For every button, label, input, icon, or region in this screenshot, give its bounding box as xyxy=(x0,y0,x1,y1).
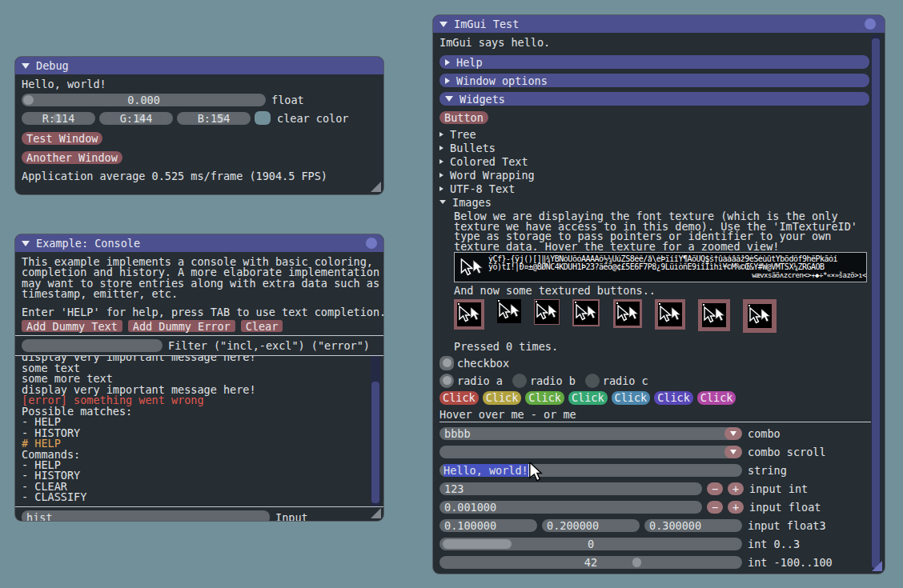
click-button-2[interactable]: Click xyxy=(483,391,522,405)
header-help[interactable]: Help xyxy=(439,55,869,69)
plus-button[interactable]: + xyxy=(728,501,744,514)
clear-button[interactable]: Clear xyxy=(241,320,283,332)
cursor-icon xyxy=(498,302,520,319)
float3-input-y[interactable]: 0.200000 xyxy=(542,519,640,532)
click-button-7[interactable]: Click xyxy=(697,391,736,405)
cursor-icon xyxy=(659,306,681,322)
font-texture-image[interactable]: ýÇf}-{ÿj()[]‖¾ÝBÑòÙõóÃÂÀÄô½¼ÙúŽŠ8éê/å\èÞ… xyxy=(454,252,867,282)
drag-green[interactable]: G:144 xyxy=(99,112,173,125)
button-widget[interactable]: Button xyxy=(439,111,488,124)
add-dummy-text-button[interactable]: Add Dummy Text xyxy=(22,320,122,332)
log-scrollbar[interactable] xyxy=(371,356,380,506)
string-input-value: Hello, world! xyxy=(443,464,529,477)
resize-grip[interactable] xyxy=(371,508,381,518)
tree-node-label: UTF-8 Text xyxy=(450,182,515,195)
texture-glyph-row: ÿõ)tI!|Ð¤±@8ØNC4KDUH1Þ23?äëö@¢£5E6F7P8¿9… xyxy=(488,263,866,271)
window-title: ImGui Test xyxy=(454,18,519,30)
click-button-3[interactable]: Click xyxy=(525,391,564,405)
separator xyxy=(15,506,383,507)
int-slider-0-3[interactable]: 0 xyxy=(439,538,742,550)
combo-arrow-button[interactable] xyxy=(724,427,742,440)
test-window-button[interactable]: Test Window xyxy=(22,132,102,145)
add-dummy-error-button[interactable]: Add Dummy Error xyxy=(128,320,235,332)
minus-button[interactable]: − xyxy=(707,501,723,514)
log-scrollbar-thumb[interactable] xyxy=(371,382,379,503)
filter-label: Filter ("incl,-excl") ("error") xyxy=(168,339,370,352)
radio-a[interactable] xyxy=(439,374,454,388)
radio-b[interactable] xyxy=(512,374,527,388)
combo-value: bbbb xyxy=(439,427,471,440)
int-input[interactable]: 123 xyxy=(439,482,702,495)
checkbox[interactable] xyxy=(439,356,454,370)
textured-button-7[interactable] xyxy=(698,299,730,331)
resize-grip[interactable] xyxy=(872,561,882,571)
window-scrollbar[interactable] xyxy=(871,34,881,570)
header-widgets[interactable]: Widgets xyxy=(439,92,869,106)
log-line: Possible matches: xyxy=(22,406,383,417)
chevron-right-icon xyxy=(439,132,443,137)
textured-button-6[interactable] xyxy=(655,299,685,330)
string-input[interactable]: Hello, world! xyxy=(439,464,742,477)
float-slider[interactable]: 0.000 xyxy=(22,94,266,106)
console-log-region[interactable]: display very important message here! som… xyxy=(15,356,383,506)
tree-node-label: Colored Text xyxy=(450,155,528,168)
textured-button-5[interactable] xyxy=(613,299,642,328)
debug-titlebar[interactable]: Debug xyxy=(15,57,383,74)
hello-world-text: Hello, world! xyxy=(22,79,377,90)
click-button-1[interactable]: Click xyxy=(439,391,479,405)
resize-grip[interactable] xyxy=(371,182,381,192)
drag-blue[interactable]: B:154 xyxy=(177,112,251,125)
separator xyxy=(439,422,872,422)
header-window-options[interactable]: Window options xyxy=(439,74,869,87)
tree-node-label: Tree xyxy=(450,128,476,141)
console-titlebar[interactable]: Example: Console xyxy=(15,234,383,252)
drag-red[interactable]: R:114 xyxy=(22,112,95,125)
string-input-label: string xyxy=(748,464,787,477)
int-slider-neg100-100[interactable]: 42 xyxy=(439,556,742,569)
combo-scroll-box[interactable] xyxy=(439,446,742,458)
tree-node-word-wrapping[interactable]: Word Wrapping xyxy=(439,168,869,182)
chevron-down-icon xyxy=(730,431,736,436)
textured-button-8[interactable] xyxy=(743,299,777,333)
tree-node-bullets[interactable]: Bullets xyxy=(439,141,869,154)
tree-node-images[interactable]: Images xyxy=(439,195,869,209)
click-button-4[interactable]: Click xyxy=(568,391,608,405)
collapse-arrow-icon[interactable] xyxy=(22,241,30,246)
another-window-button[interactable]: Another Window xyxy=(22,151,122,164)
int-slider-value: 0 xyxy=(439,538,742,550)
tree-node-tree[interactable]: Tree xyxy=(439,127,869,141)
float-input[interactable]: 0.001000 xyxy=(439,501,702,514)
command-input[interactable]: hist xyxy=(22,510,270,522)
tree-node-colored-text[interactable]: Colored Text xyxy=(439,154,869,168)
combo-box[interactable]: bbbb xyxy=(439,427,742,440)
close-icon[interactable] xyxy=(865,18,876,30)
float3-input-x[interactable]: 0.100000 xyxy=(439,519,537,532)
collapse-arrow-icon[interactable] xyxy=(22,63,30,69)
header-label: Widgets xyxy=(460,93,505,106)
radio-c[interactable] xyxy=(585,374,600,388)
click-button-6[interactable]: Click xyxy=(654,391,693,405)
close-icon[interactable] xyxy=(366,238,377,249)
plus-button[interactable]: + xyxy=(728,482,744,495)
color-swatch[interactable] xyxy=(255,111,271,125)
textured-button-3[interactable] xyxy=(534,299,560,325)
chevron-right-icon xyxy=(445,78,450,84)
filter-input[interactable] xyxy=(22,339,163,352)
float3-y-value: 0.200000 xyxy=(542,519,599,532)
separator xyxy=(15,335,383,336)
float3-input-z[interactable]: 0.300000 xyxy=(644,519,742,532)
chevron-right-icon xyxy=(439,159,443,164)
tree-node-utf8-text[interactable]: UTF-8 Text xyxy=(439,182,869,195)
textured-button-1[interactable] xyxy=(454,299,484,330)
window-scrollbar-thumb[interactable] xyxy=(872,38,880,568)
imgui-titlebar[interactable]: ImGui Test xyxy=(433,15,885,33)
minus-button[interactable]: − xyxy=(707,482,723,495)
combo-arrow-button[interactable] xyxy=(724,446,742,458)
cursor-icon xyxy=(536,303,558,320)
textured-button-4[interactable] xyxy=(572,299,600,326)
collapse-arrow-icon[interactable] xyxy=(439,22,447,27)
click-button-5[interactable]: Click xyxy=(612,391,651,405)
textured-button-2[interactable] xyxy=(497,299,521,323)
int-input-label: input int xyxy=(749,482,808,495)
hover-over-me-text[interactable]: Hover over me - or me xyxy=(439,410,869,420)
